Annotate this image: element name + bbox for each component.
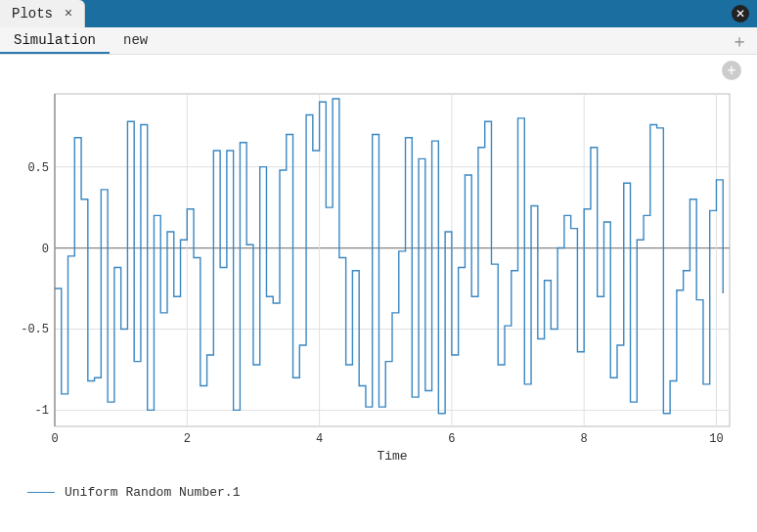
plot-toolbar: + <box>0 55 757 80</box>
legend-label: Uniform Random Number.1 <box>65 485 240 500</box>
chart: -1-0.500.50246810Time <box>16 84 739 466</box>
main-tab-strip: Plots × ✕ <box>0 0 757 27</box>
panel-close-icon[interactable]: ✕ <box>732 5 749 22</box>
add-tab-icon[interactable]: ＋ <box>730 31 749 51</box>
sub-tab-simulation[interactable]: Simulation <box>0 27 110 54</box>
svg-text:0: 0 <box>51 432 58 446</box>
svg-text:6: 6 <box>448 432 455 446</box>
tab-plots[interactable]: Plots × <box>0 0 85 27</box>
svg-text:-0.5: -0.5 <box>21 323 49 336</box>
legend-line-icon <box>27 492 55 493</box>
svg-text:-1: -1 <box>35 404 49 418</box>
sub-tab-label: Simulation <box>14 32 96 48</box>
svg-text:0: 0 <box>42 243 49 256</box>
svg-text:2: 2 <box>184 432 191 446</box>
svg-text:0.5: 0.5 <box>27 161 49 175</box>
chart-svg: -1-0.500.50246810Time <box>16 84 739 466</box>
svg-rect-0 <box>55 94 730 426</box>
sub-tab-label: new <box>123 32 148 48</box>
legend: Uniform Random Number.1 <box>27 485 757 500</box>
sub-tab-new[interactable]: new <box>110 27 161 54</box>
svg-text:8: 8 <box>581 432 588 446</box>
svg-text:10: 10 <box>709 432 723 446</box>
tab-label: Plots <box>12 6 53 22</box>
svg-text:Time: Time <box>377 449 407 464</box>
add-plot-icon[interactable]: + <box>722 61 741 80</box>
svg-text:4: 4 <box>316 432 323 446</box>
sub-tab-strip: Simulation new ＋ <box>0 27 757 55</box>
sub-tabs: Simulation new <box>0 27 161 54</box>
close-icon[interactable]: × <box>61 6 76 22</box>
